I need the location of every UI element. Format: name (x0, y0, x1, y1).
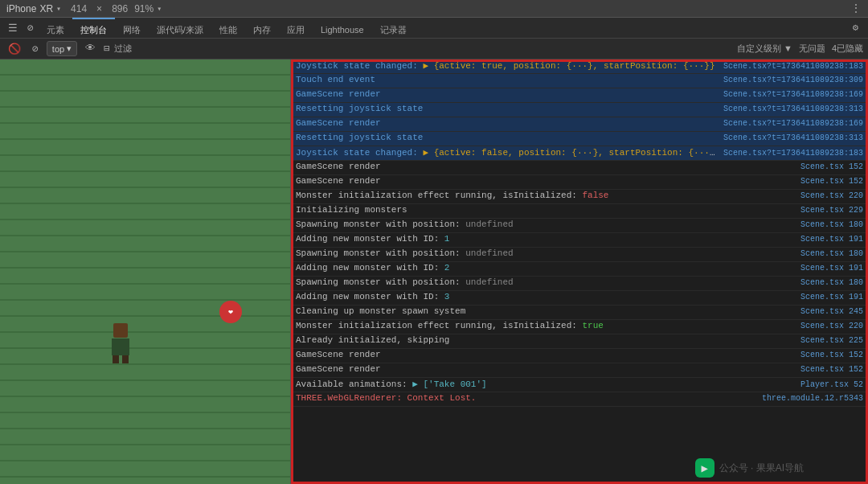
console-row-message: GameScene render (296, 364, 794, 374)
console-row-source[interactable]: Scene.tsx 180 (800, 220, 863, 229)
filter-input[interactable] (137, 44, 732, 54)
settings-icon[interactable]: ⚙ (846, 22, 865, 34)
console-row-message: Initializing monsters (296, 205, 794, 215)
console-row-source[interactable]: Scene.tsx?t=1736411089238:183 (723, 62, 863, 71)
console-row[interactable]: Available animations: ▶ ['Take 001']Play… (291, 378, 868, 392)
filter-label: 过滤 (114, 43, 132, 55)
no-issues-label: 无问题 (799, 43, 825, 55)
console-row[interactable]: Touch end eventScene.tsx?t=1736411089238… (291, 74, 868, 88)
char-leg-right (122, 355, 129, 363)
height-display: 896 (112, 3, 128, 14)
console-row-message: GameScene render (296, 118, 717, 128)
console-row[interactable]: Initializing monstersScene.tsx 229 (291, 204, 868, 219)
console-row[interactable]: GameScene renderScene.tsx 152 (291, 349, 868, 363)
console-row[interactable]: Adding new monster with ID: 1Scene.tsx 1… (291, 233, 868, 248)
console-row-source[interactable]: Scene.tsx 191 (800, 293, 863, 301)
game-viewport: ❤ (0, 59, 291, 484)
watermark: ▶ 公众号 · 果果AI导航 (695, 458, 804, 478)
sidebar-toggle-icon[interactable]: ☰ (3, 22, 23, 35)
custom-levels-dropdown[interactable]: 自定义级别 ▼ (737, 43, 792, 55)
console-row-source[interactable]: Scene.tsx 245 (800, 307, 863, 316)
console-row-source[interactable]: three.module.12.r5343 (762, 394, 863, 403)
console-row-source[interactable]: Scene.tsx 152 (800, 365, 863, 374)
console-row[interactable]: THREE.WebGLRenderer: Context Lost.three.… (291, 392, 868, 407)
console-row-source[interactable]: Scene.tsx 152 (800, 177, 863, 186)
console-right: 自定义级别 ▼ 无问题 4已隐藏 (737, 43, 863, 55)
zoom-display: 91% (134, 3, 154, 14)
console-row[interactable]: Adding new monster with ID: 3Scene.tsx 1… (291, 291, 868, 306)
console-row[interactable]: Adding new monster with ID: 2Scene.tsx 1… (291, 262, 868, 277)
watermark-text: 公众号 · 果果AI导航 (719, 461, 804, 475)
console-row[interactable]: Resetting joystick stateScene.tsx?t=1736… (291, 132, 868, 146)
tab-recorder[interactable]: 记录器 (372, 18, 415, 39)
tab-network[interactable]: 网络 (115, 18, 149, 39)
console-row-message: GameScene render (296, 176, 794, 186)
console-row-source[interactable]: Scene.tsx 229 (800, 206, 863, 215)
console-row-message: Spawning monster with position: undefine… (296, 219, 794, 229)
tab-elements[interactable]: 元素 (39, 18, 72, 39)
console-row-message: Monster initialization effect running, i… (296, 321, 794, 330)
console-row-source[interactable]: Scene.tsx 220 (800, 191, 863, 200)
console-row[interactable]: GameScene renderScene.tsx 152 (291, 161, 868, 175)
console-row[interactable]: GameScene renderScene.tsx?t=173641108923… (291, 117, 868, 132)
console-row-source[interactable]: Scene.tsx?t=1736411089238:169 (723, 90, 863, 99)
console-row-source[interactable]: Player.tsx 52 (800, 380, 863, 389)
device-dropdown-arrow[interactable]: ▾ (56, 4, 61, 14)
console-row-source[interactable]: Scene.tsx 180 (800, 278, 863, 287)
console-row-source[interactable]: Scene.tsx?t=1736411089238:309 (723, 76, 863, 84)
console-row-source[interactable]: Scene.tsx?t=1736411089238:183 (723, 149, 863, 158)
tab-sources[interactable]: 源代码/来源 (149, 18, 211, 39)
tab-performance[interactable]: 性能 (211, 18, 245, 39)
console-row-source[interactable]: Scene.tsx?t=1736411089238:169 (723, 119, 863, 128)
console-output[interactable]: Joystick state changed: ▶ {active: true,… (291, 59, 868, 484)
hidden-count-label: 4已隐藏 (832, 43, 863, 55)
eye-icon[interactable]: 👁 (82, 41, 99, 56)
console-row[interactable]: GameScene renderScene.tsx?t=173641108923… (291, 88, 868, 103)
tab-lighthouse[interactable]: Lighthouse (313, 18, 372, 39)
console-row[interactable]: GameScene renderScene.tsx 152 (291, 175, 868, 190)
filter-button[interactable]: ⊘ (29, 41, 42, 57)
console-row-source[interactable]: Scene.tsx 191 (800, 235, 863, 244)
top-toolbar: iPhone XR ▾ 414 × 896 91% ▾ ⋮ (0, 0, 868, 18)
console-row-message: Resetting joystick state (296, 133, 717, 142)
top-dropdown[interactable]: top ▾ (47, 41, 77, 56)
console-toolbar: 🚫 ⊘ top ▾ 👁 ⊟ 过滤 自定义级别 ▼ 无问题 4已隐藏 (0, 39, 868, 59)
console-row[interactable]: Monster initialization effect running, i… (291, 190, 868, 204)
console-row[interactable]: Already initialized, skippingScene.tsx 2… (291, 334, 868, 349)
console-row[interactable]: Monster initialization effect running, i… (291, 320, 868, 334)
console-row[interactable]: Spawning monster with position: undefine… (291, 248, 868, 262)
inspect-icon[interactable]: ⊘ (23, 22, 39, 35)
width-display: 414 (71, 3, 87, 14)
console-row[interactable]: Cleaning up monster spawn systemScene.ts… (291, 306, 868, 320)
char-head (113, 323, 128, 338)
clear-console-button[interactable]: 🚫 (5, 41, 24, 57)
console-row-source[interactable]: Scene.tsx 180 (800, 249, 863, 258)
console-row-source[interactable]: Scene.tsx 191 (800, 264, 863, 273)
console-row-source[interactable]: Scene.tsx 152 (800, 351, 863, 359)
console-row[interactable]: GameScene renderScene.tsx 152 (291, 363, 868, 378)
console-rows-container: Joystick state changed: ▶ {active: true,… (291, 59, 868, 407)
main-content: ❤ Joystick state changed: ▶ {active: tru… (0, 59, 868, 484)
console-row[interactable]: Spawning monster with position: undefine… (291, 277, 868, 291)
console-row-source[interactable]: Scene.tsx 220 (800, 322, 863, 330)
char-legs (113, 355, 129, 363)
console-row[interactable]: Joystick state changed: ▶ {active: false… (291, 146, 868, 161)
devtools-tabs: ☰ ⊘ 元素 控制台 网络 源代码/来源 性能 内存 应用 Lighthouse… (0, 18, 868, 39)
joystick-button[interactable]: ❤ (219, 301, 242, 323)
console-row[interactable]: Joystick state changed: ▶ {active: true,… (291, 59, 868, 74)
console-row[interactable]: Spawning monster with position: undefine… (291, 219, 868, 233)
tab-application[interactable]: 应用 (279, 18, 313, 39)
console-row-message: GameScene render (296, 89, 717, 99)
char-body (112, 338, 129, 355)
zoom-dropdown-arrow[interactable]: ▾ (157, 4, 162, 14)
console-row[interactable]: Resetting joystick stateScene.tsx?t=1736… (291, 103, 868, 117)
more-options-button[interactable]: ⋮ (850, 2, 862, 15)
console-row-source[interactable]: Scene.tsx?t=1736411089238:313 (723, 105, 863, 113)
char-leg-left (113, 355, 119, 363)
tab-memory[interactable]: 内存 (245, 18, 279, 39)
console-row-source[interactable]: Scene.tsx 152 (800, 162, 863, 171)
tab-console[interactable]: 控制台 (72, 18, 115, 39)
console-row-source[interactable]: Scene.tsx 225 (800, 336, 863, 345)
console-row-message: Adding new monster with ID: 2 (296, 263, 794, 273)
console-row-source[interactable]: Scene.tsx?t=1736411089238:313 (723, 133, 863, 142)
